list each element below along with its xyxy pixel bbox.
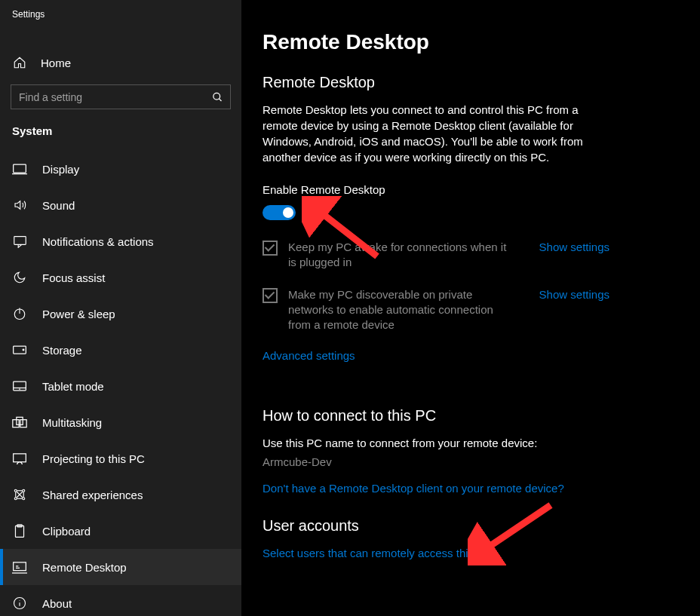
enable-label: Enable Remote Desktop [262,183,670,196]
nav-sound[interactable]: Sound [0,187,241,223]
nav-label: Display [42,163,79,176]
nav-label: Shared experiences [42,489,143,501]
toggle-state-label: On [305,207,320,219]
main-content: Remote Desktop Remote Desktop Remote Des… [241,0,700,616]
no-client-link[interactable]: Don't have a Remote Desktop client on yo… [262,482,670,495]
page-description: Remote Desktop lets you connect to and c… [262,102,587,165]
nav-notifications[interactable]: Notifications & actions [0,223,241,259]
discoverable-label: Make my PC discoverable on private netwo… [288,287,514,333]
show-settings-link-1[interactable]: Show settings [539,241,609,253]
svg-rect-14 [20,420,26,428]
shared-icon [12,488,27,501]
focus-icon [12,271,27,284]
clipboard-icon [12,524,27,538]
nav-storage[interactable]: Storage [0,332,241,368]
advanced-settings-link[interactable]: Advanced settings [262,349,355,362]
search-box [11,84,231,109]
page-subtitle: Remote Desktop [262,74,670,91]
nav-display[interactable]: Display [0,151,241,187]
svg-rect-13 [17,417,23,424]
svg-point-18 [14,498,17,500]
nav-about[interactable]: About [0,585,241,616]
discoverable-checkbox[interactable] [262,288,278,303]
tablet-icon [12,380,27,392]
nav-label: Remote Desktop [42,561,127,574]
home-icon [12,56,27,69]
nav-tablet[interactable]: Tablet mode [0,368,241,404]
user-accounts-header: User accounts [262,517,670,535]
nav-label: Sound [42,199,75,212]
nav-label: Clipboard [42,525,91,538]
display-icon [12,163,27,175]
svg-point-17 [23,489,25,492]
nav-label: Focus assist [42,271,105,284]
nav-projecting[interactable]: Projecting to this PC [0,440,241,477]
select-users-link[interactable]: Select users that can remotely access th… [262,547,670,559]
storage-icon [12,345,27,355]
svg-point-16 [14,489,17,492]
search-input[interactable] [11,84,231,109]
nav-label: About [42,597,72,610]
how-to-connect-header: How to connect to this PC [262,407,670,424]
svg-rect-2 [14,164,26,173]
about-icon [12,596,27,610]
how-to-connect-text: Use this PC name to connect from your re… [262,437,670,449]
projecting-icon [12,452,27,465]
sound-icon [12,198,27,212]
show-settings-link-2[interactable]: Show settings [539,288,609,301]
remote-desktop-icon [12,561,27,574]
keep-awake-checkbox[interactable] [262,241,278,256]
nav-list: Display Sound Notifications & actions Fo… [0,151,241,616]
home-label: Home [41,57,71,69]
home-nav[interactable]: Home [0,47,241,78]
nav-clipboard[interactable]: Clipboard [0,513,241,549]
enable-toggle[interactable] [262,205,296,220]
nav-label: Storage [42,344,82,357]
nav-label: Multitasking [42,416,102,429]
nav-label: Power & sleep [42,308,115,320]
svg-rect-12 [13,420,19,428]
app-title: Settings [0,6,241,26]
section-label: System [0,114,241,145]
nav-label: Projecting to this PC [42,452,145,465]
svg-rect-26 [15,526,23,537]
multitasking-icon [12,416,27,428]
svg-rect-15 [14,453,26,461]
nav-label: Notifications & actions [42,235,154,248]
nav-focus[interactable]: Focus assist [0,259,241,296]
page-title: Remote Desktop [262,30,670,54]
notifications-icon [12,235,27,248]
power-icon [12,307,27,320]
pc-name: Armcube-Dev [262,455,670,468]
keep-awake-label: Keep my PC awake for connections when it… [288,240,514,271]
nav-label: Tablet mode [42,380,104,393]
nav-shared[interactable]: Shared experiences [0,477,241,513]
nav-power[interactable]: Power & sleep [0,296,241,332]
svg-point-19 [23,498,25,500]
svg-rect-4 [14,236,25,244]
svg-rect-28 [14,562,26,570]
sidebar: Settings Home System Display Sound Notif… [0,0,241,616]
nav-remote-desktop[interactable]: Remote Desktop [0,549,241,585]
svg-point-8 [23,349,24,351]
nav-multitasking[interactable]: Multitasking [0,404,241,440]
